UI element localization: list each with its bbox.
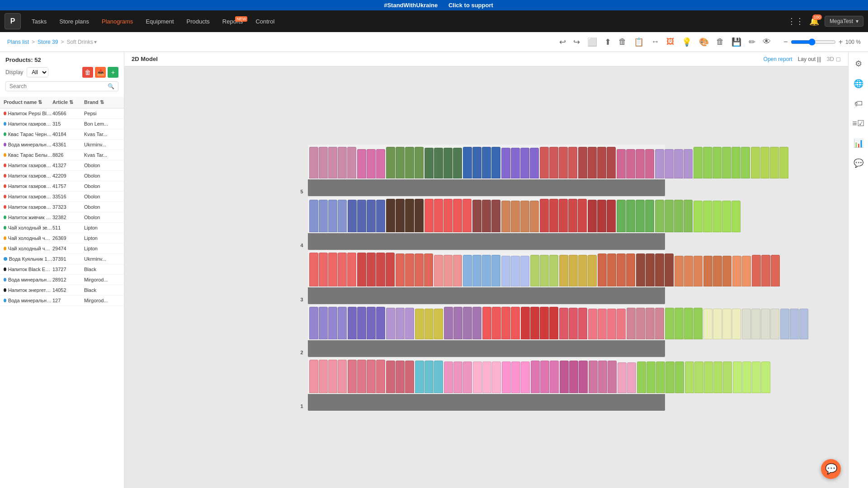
product-unit [309,147,318,178]
save-button[interactable]: 💾 [730,35,743,49]
nav-products[interactable]: Products [181,15,215,28]
product-unit [347,147,356,178]
table-row[interactable]: Напиток газированный ... 37323 Obolon [0,202,124,212]
breadcrumb-category-dropdown[interactable]: Soft Drinks ▾ [66,39,97,45]
product-unit [415,199,424,232]
article-cell: 511 [52,225,84,230]
zoom-in-icon[interactable]: + [839,38,843,46]
chat-bubble[interactable]: 💬 [821,459,841,479]
table-row[interactable]: Напиток газированный В... 315 Bon Lem... [0,119,124,129]
grid-icon[interactable]: ⋮⋮ [788,16,804,26]
product-unit [588,309,597,339]
highlight-button[interactable]: 💡 [680,35,693,49]
redo-button[interactable]: ↪ [571,35,582,49]
zoom-slider[interactable] [791,38,836,46]
user-menu[interactable]: MegaTest ▾ [825,16,863,27]
export-btn[interactable]: 📤 [95,67,106,78]
sidebar-tag-btn[interactable]: 🏷 [850,95,867,112]
planogram-area[interactable]: 54321 [124,66,848,488]
search-input[interactable] [9,83,108,89]
product-unit [415,147,424,178]
table-row[interactable]: Чай холодный зеленый L... 511 Lipton [0,223,124,233]
table-row[interactable]: Напиток энергетический... 14052 Black [0,285,124,296]
product-block [434,255,462,286]
open-report-link[interactable]: Open report [764,56,793,62]
table-row[interactable]: Квас Тарас Белый нефил... 8826 Kvas Tar.… [0,150,124,160]
breadcrumb-store[interactable]: Store 39 [38,39,58,45]
product-unit [617,253,626,286]
select-button[interactable]: ⬜ [585,35,599,49]
product-unit [540,307,549,339]
nav-tasks[interactable]: Tasks [26,15,52,28]
product-unit [549,147,558,178]
product-unit [578,308,587,339]
table-row[interactable]: Напиток газированный ... 41327 Obolon [0,160,124,171]
product-block [559,255,597,286]
col-brand[interactable]: Brand ⇅ [84,99,120,105]
table-row[interactable]: Напиток Black Extra энер... 13727 Black [0,264,124,275]
sidebar-globe-btn[interactable]: 🌐 [850,75,867,92]
table-row[interactable]: Напиток газированный ... 33516 Obolon [0,192,124,202]
table-row[interactable]: Напиток газированный ... 41757 Obolon [0,181,124,192]
table-row[interactable]: Напиток газированный ... 42209 Obolon [0,171,124,181]
upload-button[interactable]: ⬆ [603,35,613,49]
product-unit [443,255,453,286]
product-unit [434,199,443,232]
ukraine-banner[interactable]: #StandWithUkraine Click to support [0,0,868,10]
move-button[interactable]: ↔ [649,35,661,48]
eye-button[interactable]: 👁 [761,35,773,48]
notification-icon[interactable]: 🔔 100 [809,16,819,26]
article-cell: 43361 [52,142,84,147]
article-cell: 37391 [52,256,84,262]
lay-out-btn[interactable]: Lay out ||| [798,56,821,62]
search-icon[interactable]: 🔍 [108,83,114,89]
product-block [617,200,654,232]
undo-button[interactable]: ↩ [557,35,568,49]
table-row[interactable]: Вода минеральная Мирг... 28912 Mirgorod.… [0,275,124,285]
delete-product-btn[interactable]: 🗑 [82,67,93,78]
col-article[interactable]: Article ⇅ [52,99,84,105]
nav-planograms[interactable]: Planograms [96,15,138,28]
article-cell: 29474 [52,246,84,251]
product-unit [521,307,530,339]
image-button[interactable]: 🖼 [665,35,676,48]
3d-toggle[interactable]: 3D ◻ [826,56,841,62]
nav-control[interactable]: Control [250,15,280,28]
nav-equipment[interactable]: Equipment [140,15,179,28]
table-row[interactable]: Квас Тарас Черный пэт 1... 40184 Kvas Ta… [0,129,124,140]
product-unit [578,147,587,178]
color-button[interactable]: 🎨 [697,35,711,49]
table-row[interactable]: Чай холодный черный Li... 26369 Lipton [0,233,124,244]
product-unit [751,309,760,339]
add-product-btn[interactable]: + [108,67,118,78]
nav-store-plans[interactable]: Store plans [54,15,94,28]
table-row[interactable]: Напиток живчик яблоко ... 32382 Obolon [0,212,124,223]
nav-reports[interactable]: Reports NEW [217,15,249,28]
edit-button[interactable]: ✏ [747,35,757,49]
article-cell: 127 [52,298,84,303]
delete-button[interactable]: 🗑 [617,35,628,48]
trash-button[interactable]: 🗑 [714,35,726,48]
sidebar-comment-btn[interactable]: 💬 [850,155,867,171]
ukraine-cta[interactable]: Click to support [448,2,493,9]
table-row[interactable]: Вода Куяльник 1,5л 37391 Ukrminv... [0,254,124,264]
breadcrumb-plans-list[interactable]: Plans list [7,39,29,45]
product-block [309,253,356,286]
table-row[interactable]: Вода минеральная Мирг... 127 Mirgorod... [0,296,124,306]
sidebar-chart-btn[interactable]: 📊 [850,135,867,151]
table-row[interactable]: Чай холодный черный с ... 29474 Lipton [0,244,124,254]
product-unit [415,253,424,286]
table-row[interactable]: Напиток Pepsi Black ПЭТ ... 40566 Pepsi [0,108,124,119]
sidebar-filter-btn[interactable]: ≡☑ [850,115,867,131]
display-select[interactable]: All [27,67,48,77]
sidebar-settings-btn[interactable]: ⚙ [850,56,867,72]
planogram-wrapper: 54321 [294,140,679,416]
table-row[interactable]: Вода минеральная газир... 43361 Ukrminv.… [0,140,124,150]
product-unit [405,308,414,339]
product-list: Напиток Pepsi Black ПЭТ ... 40566 Pepsi … [0,108,124,306]
nav-logo[interactable]: P [5,13,21,29]
copy-button[interactable]: 📋 [632,35,646,49]
zoom-out-icon[interactable]: − [783,38,788,46]
col-product-name[interactable]: Product name ⇅ [4,99,52,105]
product-unit [569,361,578,393]
